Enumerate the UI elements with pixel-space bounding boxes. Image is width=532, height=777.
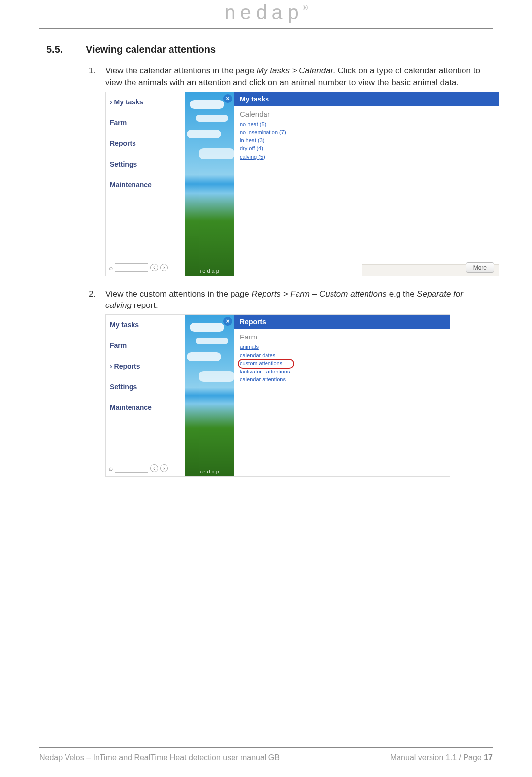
decorative-sky-column: × nedap <box>185 315 234 476</box>
footer-divider <box>39 747 493 748</box>
step-2: 2. View the custom attentions in the pag… <box>89 288 486 312</box>
link-custom-attentions[interactable]: custom attentions <box>240 359 444 368</box>
highlighted-custom-attentions: custom attentions <box>240 359 444 368</box>
sidebar-item-my-tasks[interactable]: My tasks <box>110 98 185 106</box>
sidebar-item-settings[interactable]: Settings <box>110 383 185 391</box>
link-lactivator-attentions[interactable]: lactivator - attentions <box>240 368 444 376</box>
link-calendar-attentions[interactable]: calendar attentions <box>240 375 444 384</box>
section-heading: 5.5. Viewing calendar attentions <box>46 44 486 55</box>
group-title: Farm <box>240 333 444 341</box>
step-list: 1. View the calendar attentions in the p… <box>89 65 486 89</box>
sidebar-item-farm[interactable]: Farm <box>110 341 185 349</box>
sidebar-item-maintenance[interactable]: Maintenance <box>110 181 185 189</box>
search-row: ⌕ ‹ › <box>109 464 168 473</box>
search-input[interactable] <box>115 263 148 272</box>
footer-left: Nedap Velos – InTime and RealTime Heat d… <box>39 753 280 762</box>
section-title: Viewing calendar attentions <box>86 44 216 55</box>
link-no-insemination[interactable]: no insemination (7) <box>240 128 493 136</box>
footer-right: Manual version 1.1 / Page 17 <box>390 753 493 762</box>
search-input[interactable] <box>115 464 148 473</box>
step-text: View the custom attentions in the page R… <box>105 288 486 312</box>
prev-button[interactable]: ‹ <box>150 464 158 472</box>
page-footer: Nedap Velos – InTime and RealTime Heat d… <box>39 747 493 762</box>
close-icon[interactable]: × <box>223 317 232 326</box>
group-title: Calendar <box>240 110 493 118</box>
link-no-heat[interactable]: no heat (5) <box>240 120 493 129</box>
document-body: 5.5. Viewing calendar attentions 1. View… <box>0 29 532 477</box>
panel-body: Calendar no heat (5) no insemination (7)… <box>234 106 499 165</box>
link-calendar-dates[interactable]: calendar dates <box>240 351 444 360</box>
link-dry-off[interactable]: dry off (4) <box>240 144 493 153</box>
next-button[interactable]: › <box>160 264 168 271</box>
screenshot-my-tasks: My tasks Farm Reports Settings Maintenan… <box>105 92 499 276</box>
sidebar-nav: My tasks Farm Reports Settings Maintenan… <box>106 315 185 476</box>
brand-text: nedap <box>224 3 303 25</box>
page-number: 17 <box>484 753 493 762</box>
sidebar-nav: My tasks Farm Reports Settings Maintenan… <box>106 92 185 276</box>
section-number: 5.5. <box>46 44 86 55</box>
link-animals[interactable]: animals <box>240 343 444 351</box>
step-list-2: 2. View the custom attentions in the pag… <box>89 288 486 312</box>
panel-header: Reports <box>234 315 450 329</box>
sidebar-item-settings[interactable]: Settings <box>110 160 185 168</box>
panel-body: Farm animals calendar dates custom atten… <box>234 329 450 388</box>
brand-logo: nedap® <box>224 3 308 25</box>
screenshot-reports: My tasks Farm Reports Settings Maintenan… <box>105 314 450 477</box>
sidebar-item-reports[interactable]: Reports <box>110 362 185 370</box>
panel-header: My tasks <box>234 92 499 106</box>
step-text: View the calendar attentions in the page… <box>105 65 486 89</box>
step-1: 1. View the calendar attentions in the p… <box>89 65 486 89</box>
search-icon[interactable]: ⌕ <box>109 464 113 472</box>
main-panel: Reports Farm animals calendar dates cust… <box>234 315 450 476</box>
link-calving[interactable]: calving (5) <box>240 153 493 161</box>
step-number: 2. <box>89 288 105 312</box>
search-row: ⌕ ‹ › <box>109 263 168 272</box>
sidebar-item-maintenance[interactable]: Maintenance <box>110 404 185 411</box>
link-in-heat[interactable]: in heat (3) <box>240 136 493 145</box>
sidebar-item-my-tasks[interactable]: My tasks <box>110 321 185 329</box>
registered-mark: ® <box>303 4 308 12</box>
brand-strip: nedap <box>185 268 234 274</box>
page-header: nedap® <box>0 0 532 29</box>
decorative-sky-column: × nedap <box>185 92 234 276</box>
search-icon[interactable]: ⌕ <box>109 264 113 271</box>
step-number: 1. <box>89 65 105 89</box>
brand-strip: nedap <box>185 469 234 474</box>
more-button[interactable]: More <box>466 262 494 273</box>
next-button[interactable]: › <box>160 464 168 472</box>
sidebar-item-reports[interactable]: Reports <box>110 139 185 147</box>
close-icon[interactable]: × <box>223 94 232 103</box>
sidebar-item-farm[interactable]: Farm <box>110 119 185 127</box>
main-panel: My tasks Calendar no heat (5) no insemin… <box>234 92 499 276</box>
prev-button[interactable]: ‹ <box>150 264 158 271</box>
